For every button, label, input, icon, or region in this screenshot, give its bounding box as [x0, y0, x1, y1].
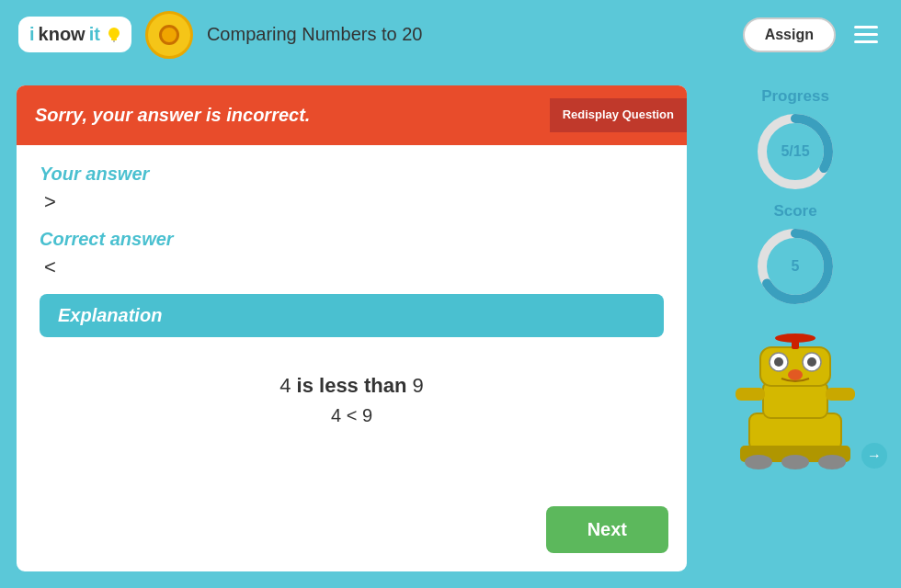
- explanation-num2: 9: [413, 374, 424, 397]
- svg-point-11: [818, 455, 846, 469]
- svg-rect-14: [826, 388, 855, 401]
- score-donut: 5: [754, 225, 837, 308]
- content-panel: Sorry, your answer is incorrect. Redispl…: [14, 83, 690, 574]
- explanation-sub-text: 4 < 9: [40, 405, 664, 426]
- svg-point-18: [774, 357, 783, 367]
- svg-point-19: [807, 357, 816, 367]
- svg-point-20: [788, 369, 803, 380]
- logo-know: know: [39, 24, 86, 45]
- svg-rect-1: [111, 38, 117, 40]
- hamburger-line-3: [854, 40, 878, 43]
- svg-rect-13: [736, 388, 765, 401]
- assign-button[interactable]: Assign: [743, 17, 836, 52]
- svg-point-0: [108, 28, 120, 39]
- explanation-bar: Explanation: [40, 294, 664, 337]
- correct-answer-value: <: [44, 255, 664, 279]
- incorrect-banner: Sorry, your answer is incorrect. Redispl…: [17, 85, 687, 145]
- logo: iknowit: [18, 17, 131, 52]
- robot-svg: [722, 331, 869, 473]
- lesson-title: Comparing Numbers to 20: [207, 24, 729, 45]
- content-body: Your answer > Correct answer < Explanati…: [17, 145, 687, 497]
- next-button[interactable]: Next: [546, 506, 668, 553]
- your-answer-value: >: [44, 190, 664, 214]
- robot-character: [722, 331, 869, 478]
- svg-point-9: [745, 455, 772, 469]
- logo-it: it: [89, 24, 100, 45]
- hamburger-line-1: [854, 26, 878, 28]
- explanation-bold: is less than: [297, 374, 413, 397]
- coin-badge: [145, 11, 193, 59]
- logo-i: i: [29, 24, 35, 45]
- progress-section: Progress 5/15: [754, 87, 837, 193]
- score-label: Score: [773, 202, 816, 220]
- progress-donut: 5/15: [754, 110, 837, 193]
- main-layout: Sorry, your answer is incorrect. Redispl…: [0, 69, 901, 588]
- explanation-label: Explanation: [58, 305, 162, 325]
- progress-label: Progress: [761, 87, 829, 106]
- score-value: 5: [792, 258, 800, 275]
- right-sidebar: Progress 5/15 Score 5: [703, 83, 887, 574]
- explanation-main-text: 4 is less than 9: [40, 374, 664, 398]
- explanation-content: 4 is less than 9 4 < 9: [40, 356, 664, 435]
- next-button-row: Next: [17, 497, 687, 571]
- bulb-icon: [108, 27, 120, 43]
- score-section: Score 5: [754, 202, 837, 308]
- header: iknowit Comparing Numbers to 20 Assign: [0, 0, 901, 69]
- correct-answer-label: Correct answer: [40, 229, 664, 250]
- explanation-num1: 4: [279, 374, 291, 397]
- back-arrow-button[interactable]: →: [861, 443, 887, 469]
- incorrect-message: Sorry, your answer is incorrect.: [35, 105, 550, 126]
- svg-point-22: [775, 334, 815, 343]
- redisplay-button[interactable]: Redisplay Question: [550, 98, 687, 132]
- your-answer-label: Your answer: [40, 164, 664, 185]
- progress-value: 5/15: [781, 143, 809, 160]
- menu-button[interactable]: [850, 21, 883, 48]
- coin-center: [159, 25, 179, 45]
- hamburger-line-2: [854, 33, 878, 36]
- svg-point-10: [781, 455, 809, 469]
